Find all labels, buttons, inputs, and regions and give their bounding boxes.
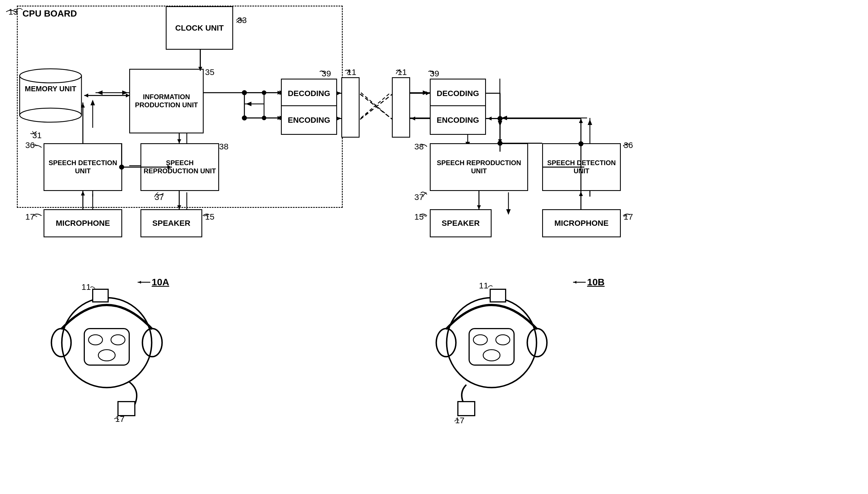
svg-marker-75	[426, 91, 430, 95]
speech-detection-left-box: SPEECH DETECTION UNIT	[43, 143, 122, 191]
svg-rect-122	[469, 328, 514, 365]
ref-35: 35	[205, 68, 214, 77]
svg-point-124	[496, 335, 510, 345]
ref-11-left: 11	[347, 68, 356, 77]
ref-38-left: 38	[219, 142, 228, 151]
speaker-right-box: SPEAKER	[430, 209, 492, 237]
ref-33: 33	[238, 16, 247, 25]
ref-36-left: 36	[25, 140, 35, 150]
right-vertical-line	[499, 79, 500, 139]
svg-rect-117	[93, 289, 108, 302]
speech-reproduction-right-box: SPEECH REPRODUCTION UNIT	[430, 143, 528, 191]
ref-17-headset-right: 17	[455, 416, 464, 425]
svg-rect-128	[490, 289, 506, 302]
svg-rect-118	[118, 402, 135, 416]
ref-17-right-mic: 17	[624, 212, 633, 222]
ref-13: 13	[8, 7, 18, 17]
speech-reproduction-left-box: SPEECH REPRODUCTION UNIT	[140, 143, 219, 191]
ref-36-right: 36	[624, 140, 633, 150]
svg-point-125	[483, 350, 500, 361]
svg-point-112	[89, 335, 102, 345]
ref-11-right: 11	[397, 68, 407, 77]
headset-label-10B: 10B	[587, 277, 604, 288]
svg-point-121	[447, 298, 536, 387]
svg-rect-129	[458, 402, 475, 416]
svg-point-110	[62, 298, 152, 387]
ref-17-headset-left: 17	[115, 414, 125, 424]
decoding-left-box: DECODING	[281, 79, 337, 108]
svg-point-54	[20, 69, 81, 83]
svg-point-113	[111, 335, 125, 345]
ref-11-headset-left: 11	[81, 282, 91, 292]
headset-right: 11 17	[421, 253, 562, 421]
svg-marker-77	[411, 117, 415, 120]
svg-marker-39	[506, 209, 511, 215]
svg-marker-45	[502, 116, 507, 120]
ref-37-left: 37	[154, 192, 164, 202]
svg-line-72	[360, 94, 392, 119]
connector-left-box	[341, 77, 360, 138]
info-production-box: INFORMATION PRODUCTION UNIT	[129, 69, 204, 133]
svg-marker-43	[588, 119, 592, 125]
svg-marker-83	[477, 205, 481, 209]
encoding-left-box: ENCODING	[281, 105, 337, 135]
svg-point-55	[20, 108, 81, 122]
memory-unit-cylinder: MEMORY UNIT	[17, 68, 84, 124]
clock-unit-box: CLOCK UNIT	[166, 6, 233, 50]
svg-line-30	[361, 93, 391, 118]
svg-marker-33	[423, 91, 428, 95]
svg-line-31	[361, 93, 391, 118]
svg-marker-97	[579, 192, 583, 196]
svg-line-73	[360, 94, 392, 119]
ref-15-left: 15	[205, 212, 214, 222]
svg-rect-111	[84, 328, 129, 365]
ref-15-right: 15	[414, 212, 423, 222]
ref-11-headset-right: 11	[479, 281, 488, 290]
microphone-right-box: MICROPHONE	[542, 209, 621, 237]
ref-38-right: 38	[414, 142, 423, 151]
speaker-left-box: SPEAKER	[140, 209, 202, 237]
svg-marker-79	[498, 139, 502, 143]
cpu-board-label: CPU BOARD	[22, 8, 77, 19]
ref-37-right: 37	[414, 192, 423, 202]
headset-label-10A: 10A	[152, 277, 169, 288]
ref-17-left-mic: 17	[25, 212, 35, 222]
connector-right-box	[392, 77, 410, 138]
svg-point-123	[473, 335, 487, 345]
svg-marker-93	[488, 117, 492, 120]
svg-marker-91	[579, 118, 583, 123]
ref-31: 31	[32, 131, 42, 140]
svg-marker-131	[573, 281, 577, 284]
encoding-right-box: ENCODING	[430, 105, 486, 135]
ref-39-right-top: 39	[430, 69, 439, 78]
speech-detection-right-box: SPEECH DETECTION UNIT	[542, 143, 621, 191]
ref-39-left-top: 39	[322, 69, 331, 78]
decoding-right-box: DECODING	[430, 79, 486, 108]
svg-point-114	[98, 350, 115, 361]
diagram-container: CPU BOARD 13 CLOCK UNIT 33 MEMORY UNIT 3…	[0, 0, 868, 494]
microphone-left-box: MICROPHONE	[43, 209, 122, 237]
